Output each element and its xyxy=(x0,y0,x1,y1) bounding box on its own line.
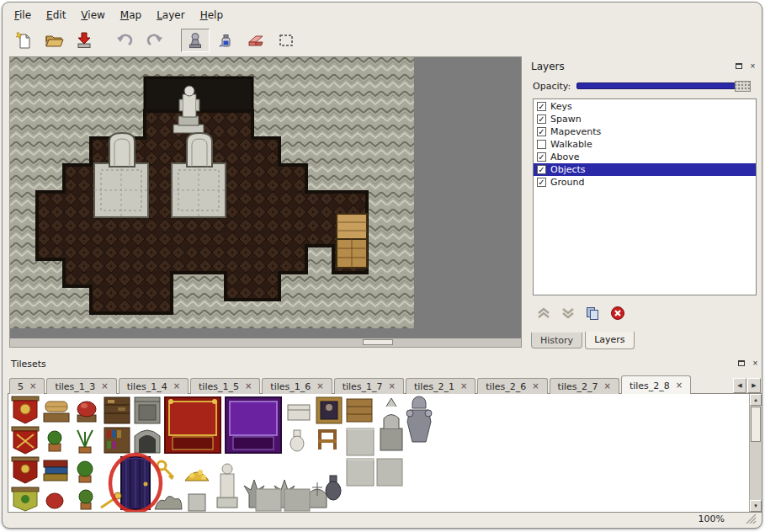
tab-close-icon[interactable]: × xyxy=(676,381,683,390)
layer-checkbox[interactable]: ✓ xyxy=(537,152,546,162)
layer-row-walkable[interactable]: Walkable xyxy=(534,138,756,151)
tile-white-chest[interactable] xyxy=(288,405,310,420)
save-map-button[interactable] xyxy=(70,29,98,52)
layer-row-spawn[interactable]: ✓ Spawn xyxy=(534,113,756,125)
tab-close-icon[interactable]: × xyxy=(532,382,539,391)
opacity-slider-handle[interactable] xyxy=(735,81,751,92)
tab-close-icon[interactable]: × xyxy=(460,382,467,391)
tile-gray-cabinet[interactable] xyxy=(135,397,160,423)
map-viewport[interactable] xyxy=(9,56,522,348)
tile-wood-chair[interactable] xyxy=(318,429,337,450)
tileset-tab[interactable]: tiles_1_6× xyxy=(262,378,332,394)
menu-edit[interactable]: Edit xyxy=(41,8,71,23)
tile-banner-yellow[interactable] xyxy=(12,487,39,511)
tileset-tab[interactable]: tiles_1_7× xyxy=(334,378,404,394)
tile-red-throne[interactable] xyxy=(165,397,220,453)
select-tool-button[interactable] xyxy=(272,29,300,52)
float-panel-button[interactable] xyxy=(733,61,744,72)
layer-checkbox[interactable]: ✓ xyxy=(537,127,546,136)
float-panel-button[interactable] xyxy=(736,358,746,369)
undo-button[interactable] xyxy=(110,29,139,52)
tab-scroll-right-button[interactable]: ▶ xyxy=(747,378,761,393)
opacity-slider[interactable] xyxy=(576,82,750,89)
tab-close-icon[interactable]: × xyxy=(604,382,611,391)
tab-layers[interactable]: Layers xyxy=(585,332,634,349)
tile-white-vase[interactable] xyxy=(290,430,304,451)
fill-tool-button[interactable] xyxy=(211,29,240,52)
delete-layer-button[interactable] xyxy=(610,306,625,321)
layer-row-ground[interactable]: ✓ Ground xyxy=(534,176,756,189)
tile-dark-cabinet[interactable] xyxy=(104,397,130,423)
tileset-tab[interactable]: tiles_2_1× xyxy=(406,378,475,394)
layers-list[interactable]: ✓ Keys ✓ Spawn ✓ Mapevents Walkable ✓ Ab… xyxy=(533,98,757,295)
layer-checkbox[interactable]: ✓ xyxy=(537,178,546,187)
layer-checkbox[interactable]: ✓ xyxy=(537,165,546,174)
duplicate-layer-button[interactable] xyxy=(585,306,601,321)
layer-row-keys[interactable]: ✓ Keys xyxy=(534,100,756,113)
tileset-vertical-scrollbar[interactable]: ▲ ▼ xyxy=(749,394,762,512)
eraser-tool-button[interactable] xyxy=(242,29,270,52)
menu-layer[interactable]: Layer xyxy=(151,8,189,23)
tile-gold-pile[interactable] xyxy=(185,470,209,481)
tile-plant-4[interactable] xyxy=(79,490,93,509)
layer-row-objects[interactable]: ✓ Objects xyxy=(534,163,756,176)
tile-loom[interactable] xyxy=(44,402,69,422)
tileset-tab[interactable]: tiles_2_8× xyxy=(621,375,691,394)
tileset-tab[interactable]: tiles_1_5× xyxy=(190,378,260,394)
tile-dark-vase[interactable] xyxy=(326,476,341,500)
menu-view[interactable]: View xyxy=(76,8,109,23)
tileset-tab[interactable]: tiles_1_4× xyxy=(119,378,189,394)
layer-row-above[interactable]: ✓ Above xyxy=(534,151,756,163)
tile-obelisk[interactable] xyxy=(380,398,402,450)
menu-map[interactable]: Map xyxy=(115,8,146,23)
map-horizontal-scrollbar[interactable] xyxy=(10,338,521,347)
tab-close-icon[interactable]: × xyxy=(29,382,36,391)
tile-purple-throne[interactable] xyxy=(226,397,281,453)
tile-tombstone[interactable] xyxy=(308,482,327,508)
vscroll-thumb[interactable] xyxy=(751,407,761,442)
tileset-content[interactable]: ▲ ▼ xyxy=(8,393,762,513)
close-panel-button[interactable]: × xyxy=(747,61,758,72)
redo-button[interactable] xyxy=(141,29,169,52)
tile-tall-plant[interactable] xyxy=(77,430,93,453)
tile-banner-red-2[interactable] xyxy=(12,427,39,454)
tile-bookshelf[interactable] xyxy=(104,428,130,453)
tile-statue-base[interactable] xyxy=(189,494,205,511)
map-hscroll-thumb[interactable] xyxy=(363,339,393,345)
tile-purple-door[interactable] xyxy=(121,457,150,509)
open-map-button[interactable] xyxy=(40,29,68,52)
tile-red-pot-2[interactable] xyxy=(46,493,63,508)
new-map-button[interactable] xyxy=(9,29,38,52)
tileset-tab[interactable]: tiles_2_6× xyxy=(477,378,547,394)
tile-banner-red-3[interactable] xyxy=(12,457,39,483)
map-canvas[interactable] xyxy=(10,57,414,328)
move-layer-up-button[interactable] xyxy=(536,306,551,320)
layer-checkbox[interactable]: ✓ xyxy=(537,102,546,111)
tileset-grid[interactable] xyxy=(10,395,465,513)
tab-close-icon[interactable]: × xyxy=(101,382,108,391)
tile-red-pot[interactable] xyxy=(77,402,96,422)
tileset-tab[interactable]: tiles_1_3× xyxy=(46,378,116,394)
tile-portrait[interactable] xyxy=(316,397,342,423)
scroll-down-button[interactable]: ▼ xyxy=(750,500,762,512)
resize-grip[interactable] xyxy=(746,513,757,524)
menu-file[interactable]: File xyxy=(9,8,36,23)
tab-scroll-left-button[interactable]: ◀ xyxy=(733,378,746,393)
scroll-up-button[interactable]: ▲ xyxy=(750,394,762,406)
layer-row-mapevents[interactable]: ✓ Mapevents xyxy=(534,125,756,138)
tile-gray-arch[interactable] xyxy=(135,430,160,453)
tile-banner-red[interactable] xyxy=(12,396,39,423)
tileset-tab[interactable]: 5× xyxy=(9,378,45,394)
layer-checkbox[interactable]: ✓ xyxy=(537,114,546,124)
tile-white-statue[interactable] xyxy=(217,464,237,508)
tile-small-plant[interactable] xyxy=(48,431,61,451)
stamp-tool-button[interactable] xyxy=(181,29,210,52)
move-layer-down-button[interactable] xyxy=(560,306,576,320)
tab-close-icon[interactable]: × xyxy=(389,382,396,391)
tab-history[interactable]: History xyxy=(531,332,582,348)
tab-close-icon[interactable]: × xyxy=(173,382,180,391)
layer-checkbox[interactable] xyxy=(537,140,546,149)
tile-wood-shelf[interactable] xyxy=(347,399,372,422)
close-panel-button[interactable]: × xyxy=(750,358,761,369)
tileset-tab[interactable]: tiles_2_7× xyxy=(550,378,619,394)
